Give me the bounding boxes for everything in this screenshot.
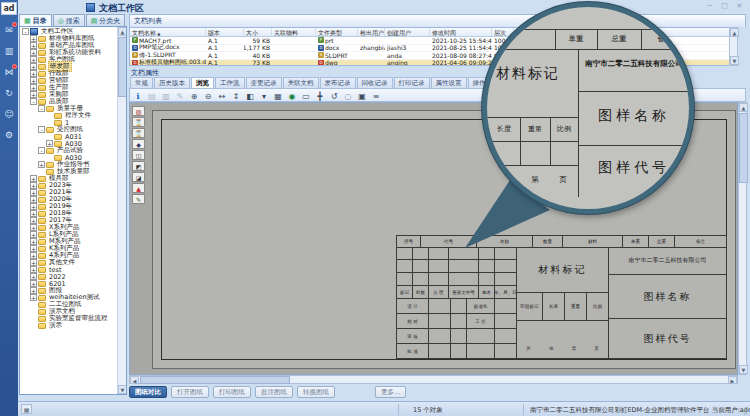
expand-icon[interactable]: + [30,35,37,42]
history-tool-icon[interactable]: ⌛ [132,117,145,127]
resize-grip[interactable]: ⣿ [743,407,748,415]
refresh-icon[interactable]: ↻ [0,85,18,101]
column-header-6[interactable]: 创建用户 [385,28,430,36]
maximize-button[interactable]: □ [717,1,732,11]
collapse-icon[interactable]: - [22,28,29,35]
scroll-down-icon[interactable]: ▼ [118,385,127,394]
table-scrollbar[interactable]: ▲ ▼ [729,27,738,66]
scroll-down-icon[interactable]: ▼ [739,365,748,374]
info-icon[interactable]: ℹ [132,90,144,101]
expand-icon[interactable]: + [38,161,45,168]
expand-icon[interactable]: + [46,140,53,147]
tree-item[interactable]: +2022 [20,273,117,280]
sidebar-tab-搜索[interactable]: ◎搜索 [53,14,85,26]
scroll-thumb[interactable] [140,376,290,384]
expand-icon[interactable]: + [30,287,37,294]
user-icon[interactable]: ☺ [0,106,18,122]
expand-icon[interactable]: + [30,238,37,245]
preview-hscrollbar[interactable]: ◀ ▶ [129,375,738,384]
redline-tool-icon[interactable]: ▲ [132,183,145,193]
layers-icon[interactable]: ≡ [370,90,382,101]
expand-icon[interactable]: + [30,70,37,77]
close-button[interactable]: ✕ [732,1,747,11]
expand-icon[interactable]: + [30,280,37,287]
invert-tool-icon[interactable]: ◪ [132,172,145,182]
action-更多...[interactable]: 更多... [375,386,406,398]
action-转换图纸[interactable]: 转换图纸 [297,386,335,398]
window-icon[interactable]: ▭ [300,90,312,101]
expand-icon[interactable]: + [30,49,37,56]
grid-icon[interactable]: ▦ [272,90,284,101]
action-图纸对比[interactable]: 图纸对比 [129,386,167,398]
shade-tool-icon[interactable]: ◩ [132,161,145,171]
scroll-thumb[interactable] [739,113,748,183]
settings-icon[interactable]: ⚙ [0,127,18,143]
minimize-button[interactable]: ─ [702,1,717,11]
scroll-down-icon[interactable]: ▼ [730,56,739,65]
expand-icon[interactable]: + [30,294,37,301]
scroll-left-icon[interactable]: ◀ [130,376,139,384]
tab-打印记录[interactable]: 打印记录 [394,77,430,88]
scroll-right-icon[interactable]: ▶ [728,376,737,384]
expand-icon[interactable]: + [30,224,37,231]
pan-icon[interactable]: ╋ [314,90,326,101]
layer-tool-icon[interactable]: ▧ [132,106,145,116]
expand-icon[interactable]: + [30,56,37,63]
expand-icon[interactable]: + [30,175,37,182]
tab-发布记录[interactable]: 发布记录 [320,77,356,88]
column-header-7[interactable]: 修改时间 [430,28,492,36]
zoom-in-icon[interactable]: ⊕ [188,90,200,101]
scroll-thumb[interactable] [118,37,127,97]
tab-历史版本[interactable]: 历史版本 [154,77,190,88]
action-打印图纸[interactable]: 打印图纸 [213,386,251,398]
expand-icon[interactable]: + [30,189,37,196]
expand-icon[interactable]: + [30,273,37,280]
expand-icon[interactable]: + [30,91,37,98]
rotate-icon[interactable]: ↺ [328,90,340,101]
expand-icon[interactable]: + [30,231,37,238]
select-region-icon[interactable]: ◌ [342,90,354,101]
expand-icon[interactable]: + [30,252,37,259]
collapse-icon[interactable]: - [38,126,45,133]
column-header-4[interactable]: 文件类型 [316,28,358,36]
tree-item[interactable]: +test [20,266,117,273]
views-tool-icon[interactable]: ◫ [132,150,145,160]
scroll-up-icon[interactable]: ▲ [739,103,748,112]
column-header-0[interactable]: 文档名称 ▲ [130,28,206,36]
collapse-icon[interactable]: - [38,147,45,154]
stamp-tool-icon[interactable]: ◆ [132,139,145,149]
tab-浏览[interactable]: 浏览 [191,77,214,88]
expand-icon[interactable]: + [30,217,37,224]
expand-icon[interactable]: + [30,84,37,91]
expand-icon[interactable]: + [30,182,37,189]
tab-变更记录[interactable]: 变更记录 [246,77,282,88]
collapse-icon[interactable]: - [30,98,37,105]
tree-item[interactable]: +其他文件 [20,259,117,266]
fit-height-icon[interactable]: ↕ [230,90,242,101]
column-header-1[interactable]: 版本 [206,28,244,36]
tree-scrollbar[interactable]: ▲ ▼ [117,27,126,394]
expand-icon[interactable]: + [30,259,37,266]
expand-icon[interactable]: + [30,196,37,203]
workspace-icon[interactable]: ▥ [0,43,18,59]
tree-item[interactable]: 实验室监督审批流程 [20,315,117,322]
column-header-5[interactable]: 检出用户 [358,28,385,36]
collapse-icon[interactable]: - [38,105,45,112]
tab-属性设置[interactable]: 属性设置 [431,77,467,88]
sidebar-tab-目录[interactable]: ▦目录 [19,14,52,26]
sidebar-tab-分类夹[interactable]: ▤分类夹 [86,14,126,26]
column-header-2[interactable]: 大小 [244,28,272,36]
shade-icon[interactable]: ◧ [244,90,256,101]
tab-回收记录[interactable]: 回收记录 [357,77,393,88]
scroll-up-icon[interactable]: ▲ [730,28,739,37]
dropdown-icon[interactable]: ▾ [258,90,270,101]
tab-关联文档[interactable]: 关联文档 [283,77,319,88]
compare-tool-icon[interactable]: ⌛ [132,128,145,138]
scroll-up-icon[interactable]: ▲ [118,27,127,36]
tab-常规[interactable]: 常规 [130,77,153,88]
expand-icon[interactable]: + [30,203,37,210]
share-icon[interactable]: ⋈ [0,64,18,80]
messages-icon[interactable]: ✉ [0,22,18,38]
expand-icon[interactable]: + [30,266,37,273]
tray-icon[interactable]: ▦ [21,404,32,414]
